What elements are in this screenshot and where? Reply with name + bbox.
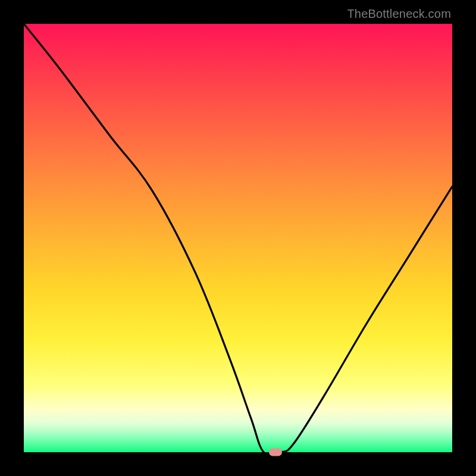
bottleneck-marker: [269, 449, 282, 456]
watermark-text: TheBottleneck.com: [347, 7, 451, 21]
bottleneck-curve: [24, 24, 452, 452]
chart-frame: TheBottleneck.com: [0, 0, 476, 476]
plot-area: [24, 24, 452, 452]
